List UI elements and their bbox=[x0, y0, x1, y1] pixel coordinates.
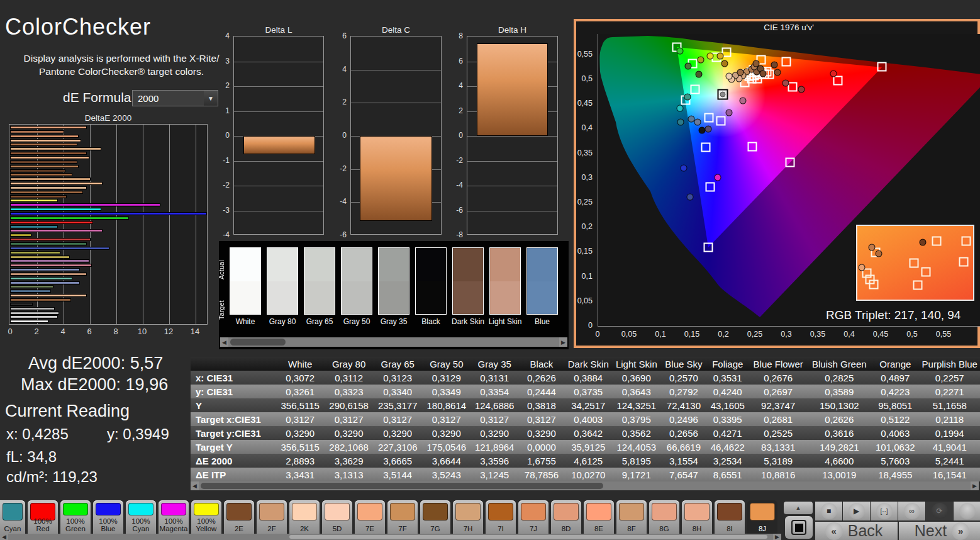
color-swatch[interactable] bbox=[230, 247, 261, 315]
next-button[interactable]: Next » bbox=[899, 522, 980, 540]
deltae-bar bbox=[10, 191, 83, 194]
cie-x-tick: 0,2 bbox=[718, 330, 728, 339]
stop-button[interactable]: ■ bbox=[815, 502, 842, 520]
measured-point bbox=[677, 118, 684, 125]
patch-tab-label: 100% Red bbox=[28, 518, 58, 532]
refresh-button[interactable]: ⟳ bbox=[926, 502, 953, 520]
scroll-left-icon[interactable]: ◀ bbox=[191, 481, 199, 490]
play-button[interactable]: ▶ bbox=[843, 502, 870, 520]
record-button[interactable] bbox=[954, 502, 980, 520]
scroll-right-icon[interactable]: ▶ bbox=[971, 481, 979, 490]
patch-tab-8i[interactable]: 8I bbox=[715, 500, 745, 534]
patch-tab-100-blue[interactable]: 100%Blue bbox=[93, 500, 123, 534]
measured-point bbox=[696, 71, 703, 78]
swatch-target bbox=[342, 281, 372, 315]
color-swatch[interactable] bbox=[489, 247, 521, 315]
measured-point bbox=[830, 70, 837, 77]
patch-tab-7e[interactable]: 7E bbox=[355, 500, 385, 534]
scrollbar-thumb[interactable] bbox=[289, 535, 767, 539]
color-swatch[interactable] bbox=[526, 247, 558, 315]
patch-tab-7g[interactable]: 7G bbox=[420, 500, 450, 534]
table-cell: 0,4063 bbox=[871, 426, 919, 440]
cie-x-tick: 0,55 bbox=[936, 330, 951, 339]
target-point bbox=[877, 62, 887, 72]
patch-tab-7j[interactable]: 7J bbox=[518, 500, 548, 534]
reading-cdm2: cd/m²: 119,23 bbox=[6, 468, 97, 486]
color-swatch[interactable] bbox=[378, 247, 409, 315]
color-swatch[interactable] bbox=[267, 247, 298, 315]
table-scrollbar[interactable]: ◀▶ bbox=[191, 481, 979, 490]
swatch-actual bbox=[342, 248, 372, 281]
scrollbar-thumb[interactable] bbox=[201, 483, 603, 489]
column-header: Dark Skin bbox=[565, 357, 611, 371]
swatch-actual bbox=[453, 248, 483, 281]
deltae-bar bbox=[10, 217, 129, 220]
color-swatch[interactable] bbox=[341, 247, 372, 315]
scroll-right-icon[interactable]: ▶ bbox=[773, 534, 781, 540]
patch-tab-7h[interactable]: 7H bbox=[453, 500, 483, 534]
cie-y-tick: 0,5 bbox=[571, 74, 593, 83]
loop-infinite-button[interactable]: ∞ bbox=[898, 502, 925, 520]
display-mode-button[interactable] bbox=[785, 516, 813, 539]
patch-tab-100-red[interactable]: 100% Red bbox=[28, 500, 58, 534]
patch-tab-2f[interactable]: 2F bbox=[257, 500, 287, 534]
table-cell: 0,3818 bbox=[518, 398, 565, 412]
back-label: Back bbox=[848, 522, 883, 540]
table-cell: 92,3747 bbox=[749, 398, 808, 412]
scroll-up-button[interactable]: ▲ bbox=[784, 502, 813, 514]
column-header: Blue Flower bbox=[749, 357, 808, 371]
table-cell: 5,7603 bbox=[871, 454, 919, 468]
patch-tab-8h[interactable]: 8H bbox=[682, 500, 712, 534]
patch-tab-2e[interactable]: 2E bbox=[224, 500, 254, 534]
mini-chart-tick: 6 bbox=[329, 31, 347, 40]
cie-x-tick: 0 bbox=[596, 330, 600, 339]
patch-tab-label: 7G bbox=[420, 526, 450, 533]
scroll-left-icon[interactable]: ◀ bbox=[0, 534, 8, 540]
table-cell: 0,3290 bbox=[422, 426, 471, 440]
table-row: ΔE ITP3,34313,13133,51443,52433,124578,7… bbox=[191, 468, 980, 481]
patch-tab-7i[interactable]: 7I bbox=[486, 500, 516, 534]
color-swatch[interactable] bbox=[304, 247, 335, 315]
table-cell: 0,3123 bbox=[373, 371, 422, 385]
de-formula-dropdown[interactable]: 2000 ▼ bbox=[132, 90, 218, 106]
column-header: Gray 35 bbox=[471, 357, 518, 371]
color-swatch[interactable] bbox=[415, 247, 447, 315]
table-cell: 2,8893 bbox=[276, 454, 325, 468]
inset-target-point bbox=[959, 257, 969, 266]
delta-bar bbox=[477, 43, 548, 136]
back-button[interactable]: « Back bbox=[815, 522, 898, 540]
patch-tab-100-magenta[interactable]: 100%Magenta bbox=[159, 500, 189, 534]
gridline-horizontal bbox=[234, 86, 323, 87]
patch-tab-cyan[interactable]: Cyan bbox=[0, 500, 25, 534]
measured-point bbox=[715, 174, 721, 181]
patch-tab-8f[interactable]: 8F bbox=[616, 500, 647, 534]
scrollbar-thumb[interactable] bbox=[230, 339, 286, 346]
tab-strip-scrollbar[interactable]: ◀▶ bbox=[0, 534, 781, 540]
patch-tab-8d[interactable]: 8D bbox=[551, 500, 581, 534]
inset-measured-point bbox=[858, 264, 865, 271]
patch-tab-100-cyan[interactable]: 100%Cyan bbox=[126, 500, 156, 534]
patch-tab-7f[interactable]: 7F bbox=[387, 500, 418, 534]
patch-tab-100-yellow[interactable]: 100%Yellow bbox=[191, 500, 221, 534]
patch-tab-100-green[interactable]: 100%Green bbox=[60, 500, 91, 534]
patch-tab-8e[interactable]: 8E bbox=[584, 500, 614, 534]
loop-range-button[interactable]: [··] bbox=[871, 502, 898, 520]
table-cell: 95,8051 bbox=[871, 398, 919, 412]
color-swatch[interactable] bbox=[452, 247, 484, 315]
patch-tab-8j[interactable]: 8J bbox=[747, 500, 777, 534]
swatch-scrollbar[interactable]: ◀▶ bbox=[220, 337, 567, 347]
scroll-left-icon[interactable]: ◀ bbox=[220, 337, 228, 347]
table-cell: 0,3290 bbox=[276, 426, 325, 440]
patch-tab-label: 8J bbox=[747, 526, 777, 533]
patch-tab-8g[interactable]: 8G bbox=[649, 500, 679, 534]
table-cell: 0,3735 bbox=[565, 385, 611, 398]
chevron-down-icon[interactable]: ▼ bbox=[204, 91, 218, 106]
table-cell: 3,3629 bbox=[325, 454, 374, 468]
patch-tab-2k[interactable]: 2K bbox=[289, 500, 320, 534]
table-cell: 0,3072 bbox=[276, 371, 325, 385]
patch-color-chip bbox=[226, 503, 252, 520]
swatch-name: Blue bbox=[523, 317, 562, 326]
patch-tab-5d[interactable]: 5D bbox=[322, 500, 352, 534]
measured-point bbox=[687, 193, 694, 200]
scroll-right-icon[interactable]: ▶ bbox=[559, 337, 567, 347]
